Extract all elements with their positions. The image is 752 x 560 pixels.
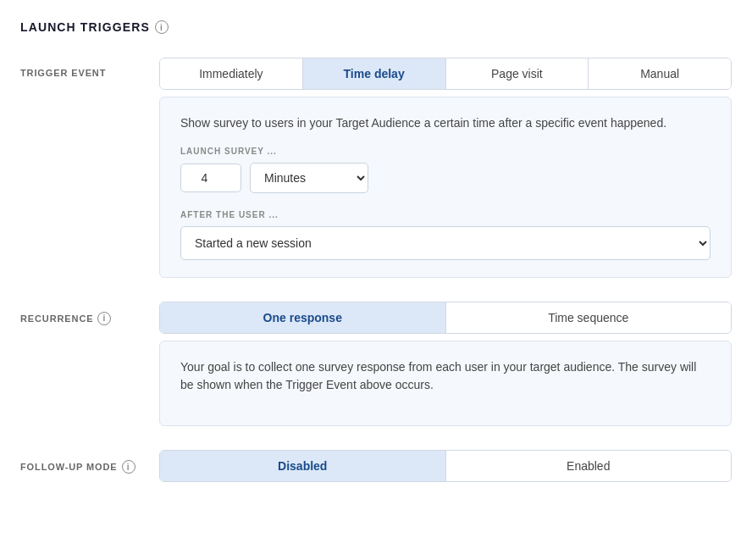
follow-up-tab-group: Disabled Enabled <box>159 450 732 482</box>
launch-survey-label: LAUNCH SURVEY ... <box>180 147 711 156</box>
trigger-event-detail-box: Show survey to users in your Target Audi… <box>159 97 732 278</box>
recurrence-label: RECURRENCE i <box>20 302 139 325</box>
recurrence-section: RECURRENCE i One response Time sequence … <box>20 302 732 426</box>
tab-manual[interactable]: Manual <box>589 58 731 89</box>
follow-up-mode-section: FOLLOW-UP MODE i Disabled Enabled <box>20 450 732 482</box>
trigger-event-tab-group: Immediately Time delay Page visit Manual <box>159 58 732 90</box>
trigger-event-section: TRIGGER EVENT Immediately Time delay Pag… <box>20 58 732 278</box>
delay-value-input[interactable] <box>180 164 241 192</box>
after-user-select[interactable]: Started a new session Completed a purcha… <box>180 226 711 260</box>
title-info-icon[interactable]: i <box>155 20 169 34</box>
tab-disabled[interactable]: Disabled <box>160 451 446 481</box>
follow-up-mode-content: Disabled Enabled <box>159 450 732 482</box>
recurrence-info-icon[interactable]: i <box>97 312 111 325</box>
follow-up-mode-label: FOLLOW-UP MODE i <box>20 450 139 474</box>
tab-enabled[interactable]: Enabled <box>446 451 732 481</box>
launch-survey-inputs: Minutes Hours Days <box>180 163 711 193</box>
page-title: LAUNCH TRIGGERS i <box>20 20 732 34</box>
trigger-event-content: Immediately Time delay Page visit Manual… <box>159 58 732 278</box>
trigger-event-label: TRIGGER EVENT <box>20 58 139 78</box>
tab-time-sequence[interactable]: Time sequence <box>446 302 732 333</box>
trigger-event-description: Show survey to users in your Target Audi… <box>180 114 711 133</box>
recurrence-content: One response Time sequence Your goal is … <box>159 302 732 426</box>
tab-page-visit[interactable]: Page visit <box>446 58 589 89</box>
recurrence-description: Your goal is to collect one survey respo… <box>180 358 711 395</box>
recurrence-detail-box: Your goal is to collect one survey respo… <box>159 341 732 426</box>
after-user-label: AFTER THE USER ... <box>180 210 711 219</box>
title-text: LAUNCH TRIGGERS <box>20 20 150 34</box>
tab-immediately[interactable]: Immediately <box>160 58 303 89</box>
tab-one-response[interactable]: One response <box>160 302 446 333</box>
follow-up-info-icon[interactable]: i <box>122 460 135 474</box>
delay-unit-select[interactable]: Minutes Hours Days <box>250 163 368 193</box>
recurrence-tab-group: One response Time sequence <box>159 302 732 334</box>
tab-time-delay[interactable]: Time delay <box>303 58 446 89</box>
